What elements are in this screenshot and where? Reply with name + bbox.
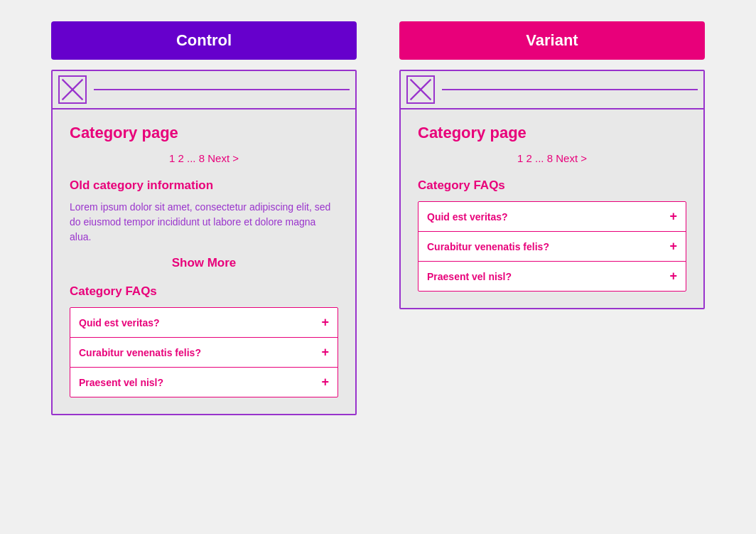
variant-faq-plus-1: + — [669, 209, 677, 224]
control-faq-list: Quid est veritas? + Curabitur venenatis … — [70, 307, 338, 397]
control-pagination[interactable]: 1 2 ... 8 Next > — [70, 152, 338, 164]
variant-label: Variant — [399, 21, 705, 60]
control-faq-question-1: Quid est veritas? — [79, 317, 160, 329]
control-faq-question-3: Praesent vel nisl? — [79, 377, 163, 388]
control-logo-icon — [58, 75, 87, 104]
variant-mockup-frame: Category page 1 2 ... 8 Next > Category … — [399, 70, 705, 309]
control-faq-title: Category FAQs — [70, 284, 338, 299]
variant-faq-question-3: Praesent vel nisl? — [427, 271, 512, 282]
variant-faq-plus-3: + — [669, 269, 677, 284]
control-mockup-frame: Category page 1 2 ... 8 Next > Old categ… — [51, 70, 357, 415]
control-column: Control Category page 1 2 ... 8 Next > O… — [51, 21, 357, 415]
control-faq-item-3[interactable]: Praesent vel nisl? + — [70, 367, 338, 397]
control-faq-item-2[interactable]: Curabitur venenatis felis? + — [70, 337, 338, 368]
control-mockup-body: Category page 1 2 ... 8 Next > Old categ… — [53, 110, 355, 414]
variant-mockup-header — [401, 71, 703, 110]
variant-faq-title: Category FAQs — [418, 178, 686, 193]
variant-logo-icon — [406, 75, 435, 104]
control-lorem-text: Lorem ipsum dolor sit amet, consectetur … — [70, 200, 338, 245]
control-faq-plus-3: + — [321, 375, 329, 390]
variant-faq-item-3[interactable]: Praesent vel nisl? + — [418, 261, 686, 292]
control-faq-item-1[interactable]: Quid est veritas? + — [70, 307, 338, 338]
variant-mockup-body: Category page 1 2 ... 8 Next > Category … — [401, 110, 703, 308]
variant-faq-question-2: Curabitur venenatis felis? — [427, 241, 549, 252]
variant-pagination[interactable]: 1 2 ... 8 Next > — [418, 152, 686, 164]
control-mockup-header — [53, 71, 355, 110]
variant-header-line — [442, 89, 698, 90]
control-label: Control — [51, 21, 357, 60]
control-header-line — [94, 89, 350, 90]
control-old-category-title: Old category information — [70, 178, 338, 193]
variant-faq-item-2[interactable]: Curabitur venenatis felis? + — [418, 231, 686, 262]
control-faq-plus-2: + — [321, 345, 329, 360]
control-faq-question-2: Curabitur venenatis felis? — [79, 347, 201, 358]
variant-column: Variant Category page 1 2 ... 8 Next > C… — [399, 21, 705, 309]
variant-faq-plus-2: + — [669, 239, 677, 254]
control-show-more-button[interactable]: Show More — [70, 256, 338, 270]
variant-faq-item-1[interactable]: Quid est veritas? + — [418, 201, 686, 232]
control-page-title: Category page — [70, 124, 338, 142]
variant-faq-question-1: Quid est veritas? — [427, 211, 508, 223]
control-faq-plus-1: + — [321, 315, 329, 330]
variant-page-title: Category page — [418, 124, 686, 142]
variant-faq-list: Quid est veritas? + Curabitur venenatis … — [418, 201, 686, 291]
